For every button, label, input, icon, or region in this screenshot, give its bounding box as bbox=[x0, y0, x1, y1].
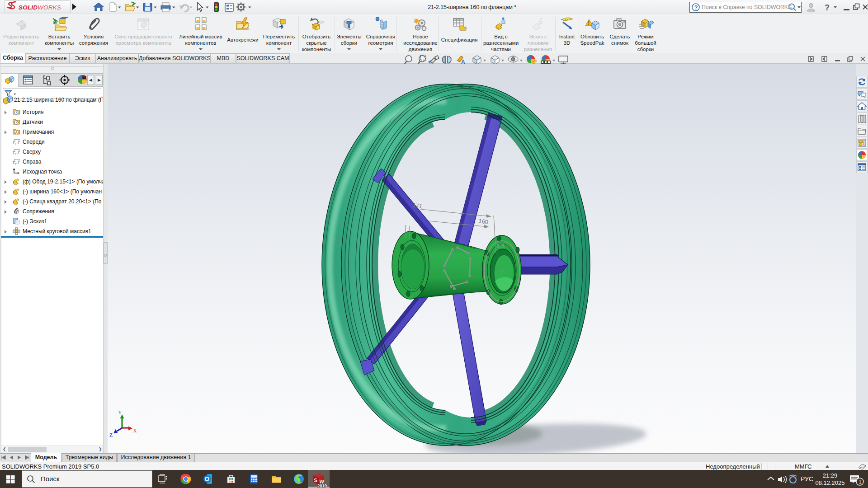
svg-text:6,5: 6,5 bbox=[496, 243, 505, 249]
svg-text:Y: Y bbox=[118, 409, 122, 416]
svg-text:!: ! bbox=[588, 20, 590, 26]
svg-text:SOLID: SOLID bbox=[19, 4, 38, 11]
svg-text:WORKS: WORKS bbox=[38, 4, 61, 11]
svg-text:X: X bbox=[133, 427, 137, 434]
svg-text:A: A bbox=[15, 131, 18, 135]
svg-text:?: ? bbox=[694, 5, 698, 11]
svg-text:2019: 2019 bbox=[317, 483, 327, 488]
svg-text:Z: Z bbox=[109, 432, 113, 438]
svg-text:160: 160 bbox=[478, 217, 489, 225]
svg-text:?: ? bbox=[825, 3, 830, 12]
svg-text:1: 1 bbox=[859, 479, 862, 485]
svg-text:Поиск в Справке по SOLIDWORKS: Поиск в Справке по SOLIDWORKS bbox=[702, 4, 792, 10]
